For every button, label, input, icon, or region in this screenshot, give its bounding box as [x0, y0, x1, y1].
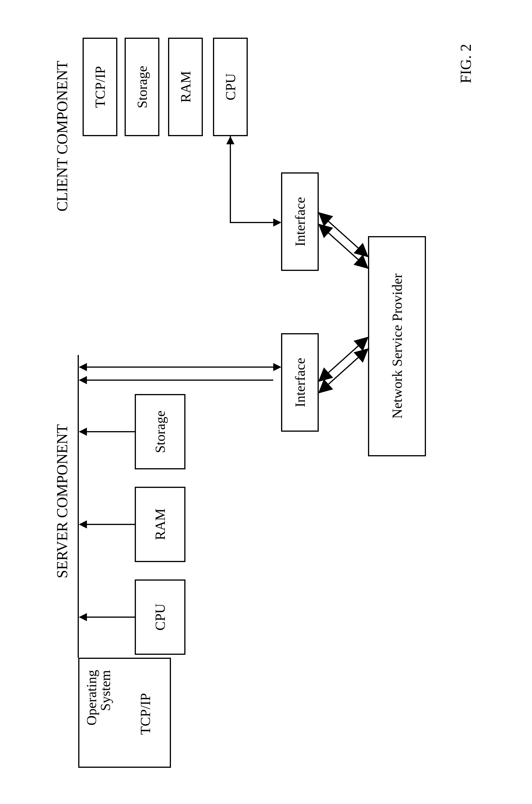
arrow-bus-interface-h1-l: [79, 363, 87, 371]
nsp-box: Network Service Provider: [368, 236, 426, 456]
server-interface-label: Interface: [292, 358, 308, 407]
arrow-client-if-nsp: [315, 203, 372, 272]
server-component-heading: SERVER COMPONENT: [54, 411, 71, 591]
arrow-bus-interface-h2-l: [79, 376, 87, 384]
arrow-cpu-interface-h: [230, 222, 273, 223]
svg-line-0: [321, 214, 366, 255]
server-storage-label: Storage: [152, 410, 168, 453]
server-tcpip-label: TCP/IP: [137, 688, 153, 740]
arrow-bus-interface-h1-r: [273, 363, 281, 371]
client-component-heading: CLIENT COMPONENT: [54, 46, 71, 226]
arrow-cpu-interface-head-cpu: [226, 136, 234, 144]
server-os-label-line2: System: [97, 662, 113, 711]
client-cpu-box: CPU: [213, 38, 248, 136]
server-ram-label: RAM: [152, 509, 168, 540]
server-os-label-line1: Operating: [83, 662, 99, 726]
server-os-box: Operating System TCP/IP: [78, 658, 171, 768]
server-interface-box: Interface: [281, 333, 319, 432]
client-cpu-label: CPU: [223, 73, 239, 100]
arrow-cpu-interface-v: [230, 136, 231, 223]
arrow-bus-cpu-head: [79, 613, 87, 621]
client-storage-box: Storage: [125, 38, 159, 136]
client-tcpip-label: TCP/IP: [92, 66, 108, 108]
svg-line-3: [321, 339, 366, 380]
svg-line-2: [321, 350, 366, 391]
arrow-bus-interface-h1: [87, 366, 273, 368]
client-tcpip-box: TCP/IP: [82, 38, 117, 136]
server-bus-line: [78, 355, 79, 658]
server-storage-box: Storage: [135, 394, 186, 470]
client-storage-label: Storage: [134, 66, 150, 108]
nsp-label: Network Service Provider: [389, 273, 405, 419]
client-interface-box: Interface: [281, 172, 319, 271]
arrow-bus-storage: [87, 431, 135, 432]
arrow-bus-cpu: [87, 616, 135, 618]
client-interface-label: Interface: [292, 197, 308, 247]
arrow-bus-storage-head: [79, 428, 87, 436]
server-cpu-box: CPU: [135, 579, 186, 655]
arrow-cpu-interface-head-if: [273, 218, 281, 227]
arrow-bus-ram: [87, 524, 135, 525]
arrow-bus-ram-head: [79, 520, 87, 529]
arrow-bus-interface-h2: [87, 380, 273, 381]
figure-label: FIG. 2: [457, 44, 474, 83]
client-ram-label: RAM: [178, 71, 193, 102]
server-ram-box: RAM: [135, 487, 186, 562]
arrow-server-if-nsp: [315, 333, 372, 403]
svg-line-1: [321, 226, 366, 267]
server-cpu-label: CPU: [152, 604, 168, 630]
client-ram-box: RAM: [168, 38, 203, 136]
